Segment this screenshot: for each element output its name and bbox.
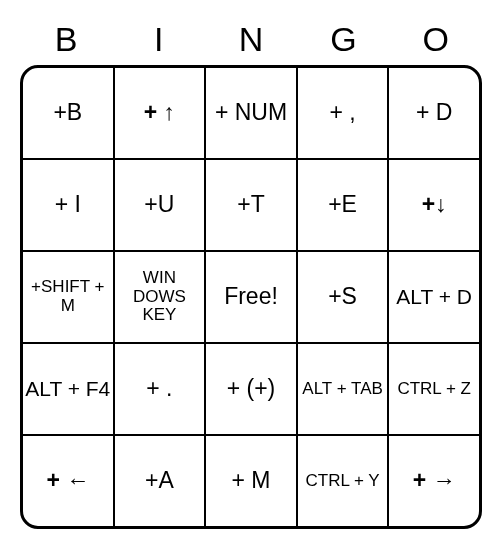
bingo-cell[interactable]: + NUM bbox=[206, 68, 298, 158]
bingo-cell[interactable]: CTRL + Z bbox=[389, 344, 479, 434]
bingo-cell[interactable]: + ↑ bbox=[115, 68, 207, 158]
bingo-card: B I N G O +B+ ↑+ NUM+ ,+ D+ I+U+T+E+↓+SH… bbox=[20, 20, 482, 529]
cell-text: +U bbox=[144, 192, 174, 217]
cell-text: + NUM bbox=[215, 100, 287, 125]
cell-text: + (+) bbox=[227, 376, 276, 401]
cell-text: ALT + D bbox=[396, 285, 472, 308]
cell-text: + → bbox=[413, 468, 456, 493]
bingo-cell[interactable]: ALT + TAB bbox=[298, 344, 390, 434]
cell-text: + , bbox=[329, 100, 355, 125]
cell-text: CTRL + Z bbox=[397, 380, 471, 399]
bingo-cell[interactable]: + M bbox=[206, 436, 298, 526]
bingo-cell[interactable]: +SHIFT + M bbox=[23, 252, 115, 342]
cell-text: + M bbox=[231, 468, 270, 493]
header-letter-n: N bbox=[205, 20, 297, 59]
bingo-cell[interactable]: +T bbox=[206, 160, 298, 250]
bingo-row: + I+U+T+E+↓ bbox=[23, 160, 479, 252]
bingo-row: ALT + F4+ .+ (+)ALT + TABCTRL + Z bbox=[23, 344, 479, 436]
bingo-cell[interactable]: + , bbox=[298, 68, 390, 158]
header-letter-g: G bbox=[297, 20, 389, 59]
cell-text: +↓ bbox=[422, 192, 447, 217]
header-letter-b: B bbox=[20, 20, 112, 59]
cell-text: + ← bbox=[46, 468, 89, 493]
bingo-cell[interactable]: + I bbox=[23, 160, 115, 250]
bingo-cell[interactable]: WIN DOWS KEY bbox=[115, 252, 207, 342]
cell-text: +E bbox=[328, 192, 357, 217]
header-letter-o: O bbox=[390, 20, 482, 59]
bingo-cell[interactable]: CTRL + Y bbox=[298, 436, 390, 526]
bingo-row: +SHIFT + MWIN DOWS KEYFree!+SALT + D bbox=[23, 252, 479, 344]
cell-text: Free! bbox=[224, 284, 278, 309]
cell-text: +S bbox=[328, 284, 357, 309]
bingo-cell[interactable]: + (+) bbox=[206, 344, 298, 434]
bingo-cell[interactable]: + → bbox=[389, 436, 479, 526]
bingo-header-row: B I N G O bbox=[20, 20, 482, 59]
bingo-cell[interactable]: +S bbox=[298, 252, 390, 342]
bingo-cell[interactable]: +A bbox=[115, 436, 207, 526]
bingo-cell[interactable]: + ← bbox=[23, 436, 115, 526]
cell-text: + . bbox=[146, 376, 172, 401]
bingo-cell[interactable]: + D bbox=[389, 68, 479, 158]
cell-text: +T bbox=[237, 192, 264, 217]
bingo-cell[interactable]: +↓ bbox=[389, 160, 479, 250]
cell-text: +SHIFT + M bbox=[25, 278, 111, 315]
bingo-cell[interactable]: +B bbox=[23, 68, 115, 158]
bingo-cell[interactable]: ALT + F4 bbox=[23, 344, 115, 434]
cell-text: ALT + TAB bbox=[302, 380, 382, 399]
bingo-row: + ←+A+ MCTRL + Y+ → bbox=[23, 436, 479, 526]
header-letter-i: I bbox=[112, 20, 204, 59]
bingo-grid: +B+ ↑+ NUM+ ,+ D+ I+U+T+E+↓+SHIFT + MWIN… bbox=[20, 65, 482, 529]
bingo-cell[interactable]: +E bbox=[298, 160, 390, 250]
cell-text: +B bbox=[53, 100, 82, 125]
cell-text: +A bbox=[145, 468, 174, 493]
bingo-row: +B+ ↑+ NUM+ ,+ D bbox=[23, 68, 479, 160]
cell-text: + ↑ bbox=[144, 100, 175, 125]
cell-text: CTRL + Y bbox=[305, 472, 379, 491]
bingo-cell[interactable]: + . bbox=[115, 344, 207, 434]
cell-text: + I bbox=[55, 192, 81, 217]
cell-text: ALT + F4 bbox=[25, 377, 110, 400]
bingo-cell[interactable]: +U bbox=[115, 160, 207, 250]
cell-text: + D bbox=[416, 100, 452, 125]
bingo-cell[interactable]: ALT + D bbox=[389, 252, 479, 342]
cell-text: WIN DOWS KEY bbox=[117, 269, 203, 325]
bingo-cell[interactable]: Free! bbox=[206, 252, 298, 342]
